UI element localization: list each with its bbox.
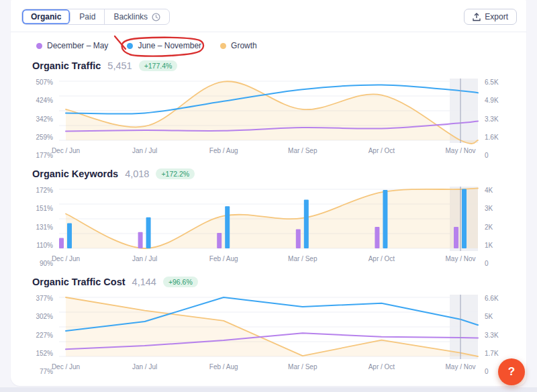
growth-badge: +172.2% bbox=[156, 168, 195, 179]
section-value: 4,018 bbox=[125, 168, 149, 179]
legend-label: June – November bbox=[138, 41, 201, 50]
organic-traffic-chart: 507%424%342%259%177% Dec / JunJan / JulF… bbox=[21, 79, 516, 158]
x-tick-label: Apr / Oct bbox=[369, 147, 395, 154]
y-tick-label: 4.9K bbox=[485, 97, 499, 104]
tab-organic[interactable]: Organic bbox=[22, 9, 70, 24]
legend-label: December – May bbox=[47, 41, 108, 50]
x-axis: Dec / JunJan / JulFeb / AugMar / SepApr … bbox=[59, 253, 478, 266]
tab-paid-label: Paid bbox=[79, 12, 95, 21]
x-tick-label: Dec / Jun bbox=[52, 147, 80, 154]
chart-canvas bbox=[59, 79, 478, 143]
x-tick-label: Mar / Sep bbox=[288, 363, 317, 371]
x-tick-label: Feb / Aug bbox=[209, 255, 238, 262]
y-tick-label: 5K bbox=[485, 313, 493, 320]
organic-traffic-cost-chart: 377%302%227%152%77% Dec / JunJan / JulFe… bbox=[21, 295, 516, 375]
y-tick-label: 0 bbox=[485, 152, 489, 159]
organic-traffic-section: Organic Traffic 5,451 +177.4% 507%424%34… bbox=[21, 60, 516, 158]
x-tick-label: Apr / Oct bbox=[369, 363, 395, 371]
y-tick-label: 131% bbox=[36, 223, 53, 230]
legend-item-growth[interactable]: Growth bbox=[220, 41, 257, 50]
x-tick-label: Feb / Aug bbox=[209, 147, 238, 154]
organic-keywords-chart: 172%151%131%110%90% Dec / JunJan / JulFe… bbox=[21, 187, 516, 266]
y-tick-label: 3K bbox=[485, 205, 493, 212]
y-tick-label: 227% bbox=[36, 331, 53, 338]
legend-item-june-november[interactable]: June – November bbox=[127, 41, 201, 50]
growth-badge: +177.4% bbox=[139, 60, 178, 71]
chart-legend: December – May June – November Growth bbox=[11, 32, 526, 50]
report-tab-group: Organic Paid Backlinks bbox=[21, 9, 170, 25]
y-tick-label: 424% bbox=[36, 97, 53, 104]
x-tick-label: Jan / Jul bbox=[132, 363, 157, 371]
x-axis: Dec / JunJan / JulFeb / AugMar / SepApr … bbox=[59, 361, 478, 375]
organic-traffic-cost-section: Organic Traffic Cost 4,144 +96.6% 377%30… bbox=[21, 277, 516, 375]
section-title: Organic Traffic bbox=[32, 60, 101, 71]
clock-badge-icon bbox=[152, 13, 160, 21]
plot-area: Dec / JunJan / JulFeb / AugMar / SepApr … bbox=[59, 79, 478, 158]
y-tick-label: 1.7K bbox=[485, 349, 499, 356]
x-tick-label: May / Nov bbox=[445, 363, 475, 371]
tab-backlinks[interactable]: Backlinks bbox=[105, 9, 169, 24]
y-tick-label: 259% bbox=[36, 133, 53, 140]
y-tick-label: 342% bbox=[36, 115, 53, 122]
organic-keywords-section: Organic Keywords 4,018 +172.2% 172%151%1… bbox=[21, 168, 516, 266]
section-header: Organic Keywords 4,018 +172.2% bbox=[32, 168, 516, 179]
y-tick-label: 1.6K bbox=[485, 133, 499, 140]
y-tick-label: 6.5K bbox=[485, 78, 499, 85]
section-title: Organic Keywords bbox=[32, 168, 118, 179]
x-tick-label: Apr / Oct bbox=[369, 255, 395, 262]
chart-canvas bbox=[59, 187, 478, 251]
x-tick-label: May / Nov bbox=[445, 255, 475, 262]
dashboard-card: Organic Paid Backlinks Export bbox=[11, 0, 526, 386]
x-tick-label: Mar / Sep bbox=[288, 255, 317, 262]
x-tick-label: Feb / Aug bbox=[209, 363, 238, 371]
y-tick-label: 4K bbox=[485, 186, 493, 193]
y-tick-label: 110% bbox=[36, 241, 53, 248]
orange-dot-icon bbox=[220, 43, 226, 49]
section-header: Organic Traffic Cost 4,144 +96.6% bbox=[32, 277, 516, 287]
y-tick-label: 6.6K bbox=[485, 294, 499, 301]
purple-dot-icon bbox=[36, 43, 42, 49]
plot-area: Dec / JunJan / JulFeb / AugMar / SepApr … bbox=[59, 187, 478, 266]
export-button[interactable]: Export bbox=[464, 9, 517, 25]
x-tick-label: Dec / Jun bbox=[52, 363, 80, 371]
y-tick-label: 507% bbox=[36, 78, 53, 85]
x-tick-label: Mar / Sep bbox=[288, 147, 317, 154]
section-title: Organic Traffic Cost bbox=[32, 277, 126, 287]
x-tick-label: May / Nov bbox=[445, 147, 475, 154]
plot-area: Dec / JunJan / JulFeb / AugMar / SepApr … bbox=[59, 295, 478, 375]
x-tick-label: Jan / Jul bbox=[132, 255, 157, 262]
y-tick-label: 177% bbox=[36, 152, 53, 159]
chart-canvas bbox=[59, 295, 478, 359]
section-value: 4,144 bbox=[132, 277, 156, 287]
help-button-label: ? bbox=[508, 365, 515, 379]
export-button-label: Export bbox=[485, 12, 508, 21]
y-tick-label: 377% bbox=[36, 294, 53, 301]
export-upload-icon bbox=[473, 13, 481, 21]
y-tick-label: 2K bbox=[485, 223, 493, 230]
right-axis: 4K3K2K1K0 bbox=[478, 187, 516, 266]
right-axis: 6.5K4.9K3.3K1.6K0 bbox=[478, 79, 516, 158]
y-tick-label: 3.3K bbox=[485, 331, 499, 338]
tab-organic-label: Organic bbox=[31, 12, 61, 21]
section-value: 5,451 bbox=[107, 60, 132, 71]
blue-dot-icon bbox=[127, 43, 133, 49]
page-bottom-strip bbox=[0, 387, 537, 392]
legend-item-december-may[interactable]: December – May bbox=[36, 41, 108, 50]
y-tick-label: 172% bbox=[36, 186, 53, 193]
y-tick-label: 0 bbox=[485, 260, 489, 267]
section-header: Organic Traffic 5,451 +177.4% bbox=[32, 60, 516, 71]
growth-badge: +96.6% bbox=[163, 277, 198, 287]
x-tick-label: Dec / Jun bbox=[52, 255, 80, 262]
y-tick-label: 302% bbox=[36, 313, 53, 320]
tab-paid[interactable]: Paid bbox=[70, 9, 105, 24]
y-tick-label: 151% bbox=[36, 205, 53, 212]
y-tick-label: 152% bbox=[36, 349, 53, 356]
x-axis: Dec / JunJan / JulFeb / AugMar / SepApr … bbox=[59, 145, 478, 158]
toolbar: Organic Paid Backlinks Export bbox=[11, 0, 526, 32]
x-tick-label: Jan / Jul bbox=[132, 147, 157, 154]
help-button[interactable]: ? bbox=[498, 358, 525, 385]
y-tick-label: 3.3K bbox=[485, 115, 499, 122]
y-tick-label: 1K bbox=[485, 241, 493, 248]
chart-sections: Organic Traffic 5,451 +177.4% 507%424%34… bbox=[11, 60, 526, 375]
legend-label: Growth bbox=[231, 41, 257, 50]
